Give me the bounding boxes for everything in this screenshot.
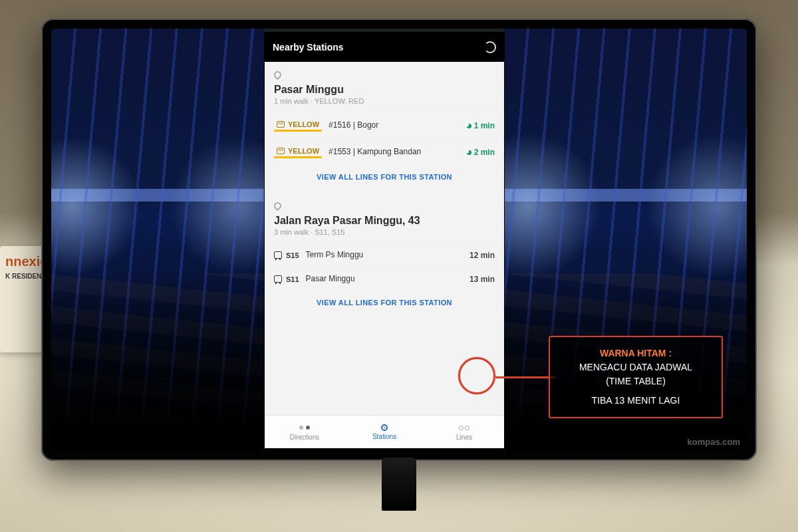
line-badge-yellow: YELLOW (274, 119, 322, 132)
pin-icon (273, 201, 283, 211)
line-code: YELLOW (288, 147, 319, 155)
line-code: S15 (286, 251, 299, 259)
line-code: S11 (286, 275, 299, 283)
departure-row[interactable]: S11 Pasar Minggu 13 min (265, 267, 504, 291)
station-name: Jalan Raya Pasar Minggu, 43 (274, 215, 495, 227)
station-sub: 3 min walk · S11, S15 (274, 228, 495, 236)
annotation-line: TIBA 13 MENIT LAGI (558, 394, 714, 408)
bus-icon (274, 251, 282, 259)
departure-row[interactable]: YELLOW #1553 | Kampung Bandan 2 min (265, 138, 504, 165)
bottom-nav: Directions Stations Lines (265, 415, 504, 448)
departure-eta-sched: 12 min (469, 251, 495, 260)
tv-stand (382, 458, 416, 511)
departure-eta-live: 2 min (467, 148, 495, 157)
line-code: YELLOW (288, 120, 319, 128)
annotation-box: WARNA HITAM : MENGACU DATA JADWAL (TIME … (549, 336, 723, 418)
nav-label: Stations (372, 433, 396, 440)
departure-dest: Term Ps Minggu (306, 250, 463, 260)
nav-label: Lines (456, 434, 472, 441)
train-icon (277, 148, 285, 154)
tv-screen: Nearby Stations Pasar Minggu 1 min walk … (51, 29, 747, 451)
departure-dest: #1516 | Bogor (329, 120, 460, 130)
annotation-ring (458, 357, 495, 394)
station-name: Pasar Minggu (274, 84, 495, 96)
bus-badge: S15 (274, 251, 299, 259)
station-sub: 1 min walk · YELLOW, RED (274, 97, 495, 105)
stations-icon (381, 424, 388, 431)
annotation-line: (TIME TABLE) (558, 374, 714, 388)
station-header[interactable]: Jalan Raya Pasar Minggu, 43 3 min walk ·… (265, 193, 504, 243)
train-icon (277, 121, 285, 128)
app-titlebar: Nearby Stations (265, 33, 504, 62)
view-all-link[interactable]: VIEW ALL LINES FOR THIS STATION (265, 165, 504, 193)
directions-icon (299, 424, 310, 432)
bus-icon (274, 275, 282, 283)
pin-icon (273, 70, 283, 80)
nav-label: Directions (290, 434, 319, 441)
station-header[interactable]: Pasar Minggu 1 min walk · YELLOW, RED (265, 62, 504, 112)
lines-icon (459, 424, 469, 432)
app-title: Nearby Stations (273, 42, 344, 53)
departure-row[interactable]: YELLOW #1516 | Bogor 1 min (265, 112, 504, 138)
annotation-connector (495, 376, 555, 378)
bus-badge: S11 (274, 275, 299, 283)
nav-directions[interactable]: Directions (265, 416, 344, 448)
tv-frame: Nearby Stations Pasar Minggu 1 min walk … (41, 19, 757, 461)
departure-eta-live: 1 min (467, 121, 495, 130)
departure-eta-sched: 13 min (469, 275, 495, 284)
refresh-icon[interactable] (484, 41, 496, 53)
line-badge-yellow: YELLOW (274, 146, 322, 158)
room-background: nnexio K RESIDEN Nearby Stations Pasar M… (0, 0, 798, 532)
view-all-link[interactable]: VIEW ALL LINES FOR THIS STATION (265, 291, 504, 319)
nav-stations[interactable]: Stations (344, 416, 424, 448)
departure-row[interactable]: S15 Term Ps Minggu 12 min (265, 243, 504, 267)
departure-dest: Pasar Minggu (306, 274, 463, 284)
departure-dest: #1553 | Kampung Bandan (329, 147, 460, 157)
spacer (558, 388, 714, 394)
annotation-heading: WARNA HITAM : (558, 346, 714, 360)
watermark: kompas.com (688, 437, 740, 447)
annotation-line: MENGACU DATA JADWAL (558, 360, 714, 374)
nav-lines[interactable]: Lines (424, 416, 504, 448)
